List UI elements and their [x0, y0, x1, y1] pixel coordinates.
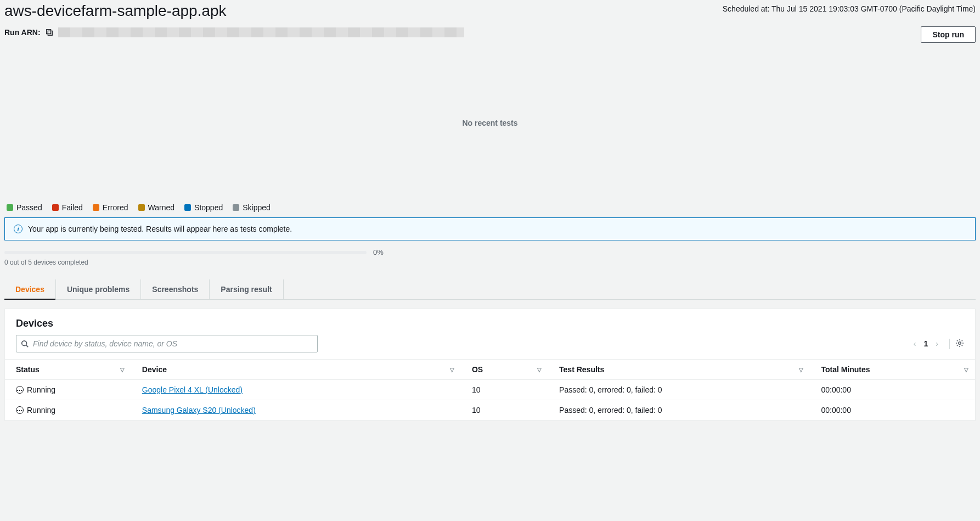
legend-item: Skipped — [233, 203, 271, 212]
info-icon: i — [14, 225, 22, 233]
status-cell: •••Running — [16, 385, 120, 394]
progress-subtext: 0 out of 5 devices completed — [4, 259, 976, 266]
os-cell: 10 — [461, 400, 548, 421]
col-os[interactable]: OS — [472, 365, 483, 374]
os-cell: 10 — [461, 380, 548, 400]
pagination: ‹ 1 › — [914, 339, 964, 349]
chart-legend: PassedFailedErroredWarnedStoppedSkipped — [4, 200, 976, 217]
stop-run-button[interactable]: Stop run — [921, 26, 976, 43]
next-page-button[interactable]: › — [936, 339, 938, 348]
legend-label: Errored — [103, 203, 128, 212]
results-cell: Passed: 0, errored: 0, failed: 0 — [548, 380, 810, 400]
sort-icon[interactable]: ▽ — [120, 367, 125, 373]
gear-icon — [955, 339, 964, 348]
svg-rect-0 — [48, 31, 52, 35]
tab-devices[interactable]: Devices — [4, 279, 56, 299]
legend-label: Warned — [148, 203, 175, 212]
results-cell: Passed: 0, errored: 0, failed: 0 — [548, 400, 810, 421]
devices-panel: Devices ‹ 1 › — [4, 309, 976, 421]
tab-parsing-result[interactable]: Parsing result — [210, 279, 283, 299]
sort-icon[interactable]: ▽ — [450, 367, 454, 373]
sort-icon[interactable]: ▽ — [799, 367, 803, 373]
settings-button[interactable] — [949, 339, 964, 349]
run-arn-label: Run ARN: — [4, 28, 41, 37]
devices-panel-title: Devices — [16, 318, 53, 329]
device-link[interactable]: Google Pixel 4 XL (Unlocked) — [142, 385, 243, 394]
progress-bar — [4, 251, 367, 254]
legend-swatch — [93, 204, 99, 211]
copy-icon[interactable] — [45, 28, 54, 37]
legend-item: Stopped — [184, 203, 223, 212]
legend-swatch — [138, 204, 145, 211]
legend-item: Passed — [7, 203, 42, 212]
tabs: DevicesUnique problemsScreenshotsParsing… — [4, 279, 976, 300]
page-title: aws-devicefarm-sample-app.apk — [4, 2, 227, 20]
legend-label: Skipped — [243, 203, 271, 212]
col-status[interactable]: Status — [16, 365, 40, 374]
col-minutes[interactable]: Total Minutes — [821, 365, 870, 374]
svg-rect-1 — [46, 30, 50, 34]
device-search[interactable] — [16, 335, 318, 352]
test-results-chart: No recent tests — [4, 46, 976, 200]
svg-point-4 — [959, 341, 961, 344]
run-arn-value — [58, 27, 464, 37]
search-icon — [21, 340, 29, 348]
scheduled-at: Scheduled at: Thu Jul 15 2021 19:03:03 G… — [723, 2, 976, 13]
devices-table: Status▽ Device▽ OS▽ Test Results▽ Total … — [5, 359, 975, 421]
legend-swatch — [184, 204, 191, 211]
svg-point-2 — [22, 341, 27, 346]
legend-label: Passed — [16, 203, 42, 212]
legend-swatch — [233, 204, 239, 211]
table-row: •••RunningSamsung Galaxy S20 (Unlocked)1… — [5, 400, 975, 421]
legend-item: Failed — [52, 203, 83, 212]
page-number: 1 — [924, 339, 928, 348]
running-icon: ••• — [16, 386, 24, 394]
sort-icon[interactable]: ▽ — [964, 367, 968, 373]
legend-swatch — [52, 204, 59, 211]
info-message: Your app is currently being tested. Resu… — [28, 225, 292, 233]
table-row: •••RunningGoogle Pixel 4 XL (Unlocked)10… — [5, 380, 975, 400]
svg-line-3 — [26, 345, 29, 348]
tab-unique-problems[interactable]: Unique problems — [56, 279, 141, 299]
running-icon: ••• — [16, 406, 24, 414]
legend-label: Failed — [62, 203, 83, 212]
col-results[interactable]: Test Results — [559, 365, 604, 374]
minutes-cell: 00:00:00 — [810, 380, 975, 400]
prev-page-button[interactable]: ‹ — [914, 339, 916, 348]
chart-empty-message: No recent tests — [462, 119, 517, 127]
info-banner: i Your app is currently being tested. Re… — [4, 217, 976, 240]
legend-item: Errored — [93, 203, 128, 212]
device-link[interactable]: Samsung Galaxy S20 (Unlocked) — [142, 406, 256, 414]
legend-swatch — [7, 204, 13, 211]
progress-percent: 0% — [373, 248, 384, 256]
legend-label: Stopped — [194, 203, 223, 212]
device-search-input[interactable] — [33, 339, 313, 348]
col-device[interactable]: Device — [142, 365, 167, 374]
sort-icon[interactable]: ▽ — [537, 367, 542, 373]
tab-screenshots[interactable]: Screenshots — [141, 279, 210, 299]
status-cell: •••Running — [16, 406, 120, 414]
legend-item: Warned — [138, 203, 175, 212]
minutes-cell: 00:00:00 — [810, 400, 975, 421]
